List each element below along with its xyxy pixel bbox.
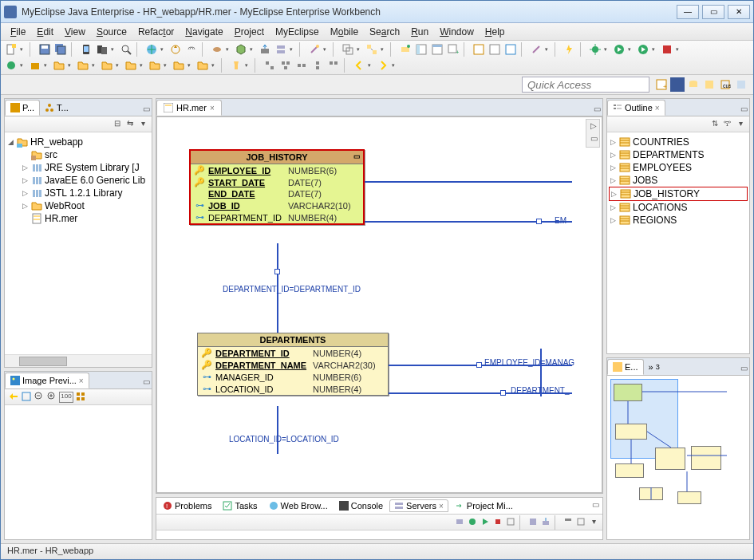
close-button[interactable]: ✕ [728,5,750,19]
expand-icon[interactable]: ▷ [21,164,29,172]
expand-icon[interactable]: ▷ [21,202,29,210]
menu-navigate[interactable]: Navigate [180,25,227,39]
tab-servers[interactable]: Servers× [389,499,448,512]
folder6-icon[interactable] [172,58,186,73]
table-job-history[interactable]: JOB_HISTORY▭ 🔑EMPLOYEE_IDNUMBER(6) 🔑STAR… [189,149,365,225]
group5-icon[interactable] [326,58,341,73]
outline-item-employees[interactable]: ▷EMPLOYEES [609,161,748,174]
run-last-icon[interactable] [636,42,650,57]
zoom-100-icon[interactable]: 100 [59,392,73,403]
menu-run[interactable]: Run [406,25,433,39]
expand-icon[interactable]: ▷ [609,151,617,159]
dropdown-icon[interactable]: ▾ [92,62,98,69]
outline-item-job_history[interactable]: ▷JOB_HISTORY [609,187,748,201]
expand-icon[interactable]: ▷ [609,216,617,224]
column-row[interactable]: 🔑DEPARTMENT_NAMEVARCHAR2(30) [198,359,388,371]
flashlight-icon[interactable] [229,58,243,73]
diagram-canvas[interactable]: ▷ ▭ JOB_HISTORY▭ 🔑EMPLOYEE_IDNUMBER(6) 🔑… [156,116,602,493]
menu-source[interactable]: Source [92,25,132,39]
table-menu-icon[interactable]: ▭ [353,152,361,160]
dropdown-icon[interactable]: ▾ [357,46,363,53]
dropdown-icon[interactable]: ▾ [116,62,122,69]
dropdown-icon[interactable]: ▾ [20,62,26,69]
outline-item-jobs[interactable]: ▷JOBS [609,174,748,187]
expand-icon[interactable]: ▷ [609,176,617,184]
dropdown-icon[interactable]: ▾ [44,62,50,69]
window-icon[interactable] [430,42,444,57]
collapse-all-icon[interactable]: ⊟ [112,119,123,130]
tab-project-migration[interactable]: Project Mi... [450,499,518,512]
view-menu-icon[interactable]: ▾ [588,517,599,528]
relaunch-icon[interactable] [168,42,183,57]
dropdown-icon[interactable]: ▾ [652,46,658,53]
lightning-icon[interactable] [563,42,577,57]
grid-icon[interactable] [75,392,86,403]
wand2-icon[interactable] [529,42,543,57]
column-row[interactable]: ⊶DEPARTMENT_IDNUMBER(4) [191,211,363,223]
menu-myeclipse[interactable]: MyEclipse [270,25,324,39]
persp5-icon[interactable]: cus [718,77,732,92]
tree-item-src[interactable]: src [21,148,150,161]
diagram-icon[interactable] [365,42,379,57]
menu-edit[interactable]: Edit [32,25,58,39]
run-server-icon[interactable] [480,517,491,528]
restart-server-icon[interactable] [505,517,516,528]
expand-icon[interactable]: ▷ [21,189,29,197]
filter-icon[interactable] [563,517,574,528]
dropdown-icon[interactable]: ▾ [628,46,634,53]
deploy-icon[interactable] [540,517,551,528]
dropdown-icon[interactable]: ▾ [392,62,398,69]
folder5-icon[interactable] [148,58,162,73]
editor-tab-hrmer[interactable]: HR.mer × [156,100,222,116]
run-icon[interactable] [612,42,626,57]
expand-icon[interactable]: ▷ [609,164,617,172]
zoom-in-icon[interactable] [46,392,57,403]
folder2-icon[interactable] [76,58,90,73]
dropdown-icon[interactable]: ▾ [226,46,232,53]
deploy-icon[interactable] [258,42,272,57]
dropdown-icon[interactable]: ▾ [381,46,387,53]
save-icon[interactable] [38,42,52,57]
column-row[interactable]: END_DATEDATE(7) [191,188,363,199]
expand-icon[interactable]: ▷ [609,138,617,146]
folder4-icon[interactable] [124,58,138,73]
window-c-icon[interactable] [503,42,518,57]
column-row[interactable]: 🔑DEPARTMENT_IDNUMBER(4) [198,347,388,359]
tab-console[interactable]: Console [334,499,388,512]
dropdown-icon[interactable]: ▾ [368,62,374,69]
minimize-view-icon[interactable]: ▭ [738,105,749,116]
new-package-icon[interactable] [28,58,42,73]
outline-item-locations[interactable]: ▷LOCATIONS [609,201,748,214]
menu-search[interactable]: Search [365,25,405,39]
relation-endpoint[interactable] [500,390,506,396]
window-plus-icon[interactable]: + [446,42,460,57]
minimap[interactable] [607,376,749,540]
folder7-icon[interactable] [195,58,210,73]
relation-line[interactable] [365,181,572,183]
h-scrollbar[interactable] [5,354,152,367]
tab-events[interactable]: E... [607,359,644,375]
persp6-icon[interactable] [734,77,748,92]
dropdown-icon[interactable]: ▾ [323,46,330,53]
view-menu-icon[interactable]: ▾ [137,119,148,130]
maximize-editor-icon[interactable]: ▭ [591,105,602,116]
tab-more[interactable]: »3 [644,359,665,375]
filter-icon[interactable]: 🝖 [722,119,733,130]
dropdown-icon[interactable]: ▾ [188,62,194,69]
devices-icon[interactable] [95,42,109,57]
forward-icon[interactable] [376,58,390,73]
perspective-icon[interactable] [414,42,428,57]
link-icon[interactable] [184,42,199,57]
new-connection-icon[interactable] [398,42,413,57]
group4-icon[interactable] [310,58,325,73]
beans-icon[interactable] [210,42,224,57]
open-perspective-icon[interactable]: + [654,77,669,92]
tab-type-hierarchy[interactable]: T... [40,100,73,116]
table-departments[interactable]: DEPARTMENTS 🔑DEPARTMENT_IDNUMBER(4) 🔑DEP… [197,333,389,396]
close-tab-icon[interactable]: × [655,104,660,112]
relation-endpoint[interactable] [274,269,280,274]
globe-icon[interactable] [144,42,159,57]
column-row[interactable]: ⊶MANAGER_IDNUMBER(6) [198,371,388,383]
column-row[interactable]: 🔑START_DATEDATE(7) [191,176,363,188]
outline-item-regions[interactable]: ▷REGIONS [609,214,748,227]
